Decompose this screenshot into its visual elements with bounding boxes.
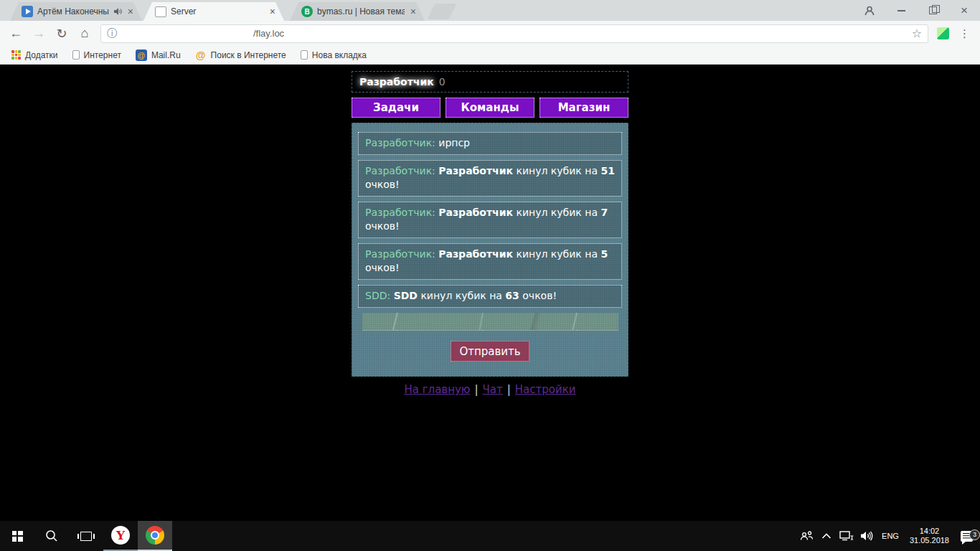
chat-message: Разработчик: Разработчик кинул кубик на …: [358, 160, 622, 197]
page-icon: [301, 50, 308, 60]
chat-message-text: кинул кубик на: [513, 248, 600, 260]
taskbar-clock[interactable]: 14:02 31.05.2018: [905, 527, 954, 545]
clock-time: 14:02: [910, 527, 949, 536]
close-icon[interactable]: ×: [409, 6, 418, 17]
bookmark-mailru[interactable]: @ Mail.Ru: [131, 50, 185, 61]
search-at-icon: @: [195, 50, 207, 61]
home-link[interactable]: На главную: [404, 383, 470, 396]
bookmark-label: Интернет: [84, 50, 121, 60]
tab-strip: Артём Наконечный × Server × B bymas.ru |…: [0, 0, 980, 21]
chat-message-text: очков!: [519, 290, 557, 301]
bookmark-label: Поиск в Интернете: [211, 50, 286, 60]
info-icon[interactable]: ⓘ: [107, 27, 117, 40]
link-separator: |: [475, 383, 479, 396]
chat-link[interactable]: Чат: [483, 383, 503, 396]
chat-message-text: 5: [600, 248, 608, 260]
mailru-at-icon: @: [136, 50, 147, 61]
profile-icon[interactable]: [854, 0, 885, 21]
player-score-box: Разработчик 0: [352, 71, 628, 93]
forward-icon[interactable]: →: [29, 24, 49, 44]
bookmark-search[interactable]: @ Поиск в Интернете: [191, 50, 291, 61]
message-input[interactable]: [362, 313, 618, 331]
shop-button[interactable]: Магазин: [540, 98, 628, 118]
chat-message-text: очков!: [365, 179, 400, 190]
network-icon[interactable]: [837, 530, 856, 542]
chat-message-text: очков!: [365, 262, 400, 273]
close-icon[interactable]: ×: [268, 6, 277, 17]
close-icon[interactable]: ×: [126, 6, 135, 17]
tab-title: Server: [171, 6, 264, 17]
system-tray: ENG 14:02 31.05.2018 3: [797, 521, 980, 551]
bookmark-apps[interactable]: Додатки: [7, 50, 62, 60]
link-separator: |: [507, 383, 511, 396]
minimize-button[interactable]: [885, 0, 917, 21]
chat-message-text: кинул кубик на: [418, 290, 505, 301]
home-icon[interactable]: ⌂: [75, 24, 95, 44]
play-icon: [22, 6, 33, 17]
people-icon[interactable]: [797, 530, 816, 542]
chat-messages: Разработчик: ирпсрРазработчик: Разработч…: [358, 132, 622, 308]
settings-link[interactable]: Настройки: [515, 383, 576, 396]
taskbar-search-button[interactable]: [34, 521, 69, 551]
chat-message-sender: Разработчик:: [365, 137, 438, 149]
bookmark-label: Додатки: [25, 50, 58, 60]
extension-icon[interactable]: [937, 27, 949, 39]
yandex-icon: Y: [111, 526, 130, 545]
nav-buttons: Задачи Команды Магазин: [352, 98, 628, 118]
chat-message-sender: Разработчик:: [365, 248, 438, 260]
tab-title: bymas.ru | Новая тема: [317, 6, 405, 17]
menu-icon[interactable]: ⋮: [955, 27, 974, 40]
chat-message-sender: Разработчик:: [365, 165, 438, 176]
apps-grid-icon: [11, 50, 21, 60]
url-text[interactable]: /flay.loc: [253, 28, 912, 39]
chat-message-text: Разработчик: [438, 165, 513, 176]
taskbar-yandex-button[interactable]: Y: [103, 521, 138, 551]
action-center-button[interactable]: 3: [956, 531, 977, 542]
chat-message-text: кинул кубик на: [513, 165, 600, 176]
tab-bymas[interactable]: B bymas.ru | Новая тема ×: [290, 2, 425, 21]
window-controls: ×: [854, 0, 980, 21]
start-button[interactable]: [0, 521, 34, 551]
chrome-icon: [146, 526, 164, 545]
chat-panel: Разработчик: ирпсрРазработчик: Разработч…: [352, 123, 628, 377]
volume-icon[interactable]: [857, 530, 876, 542]
player-score: 0: [439, 76, 446, 88]
teams-button[interactable]: Команды: [446, 98, 534, 118]
taskbar-chrome-button[interactable]: [138, 521, 172, 551]
bookmark-star-icon[interactable]: ☆: [912, 27, 922, 40]
tab-server[interactable]: Server ×: [143, 2, 284, 21]
language-indicator[interactable]: ENG: [877, 532, 903, 540]
send-button[interactable]: Отправить: [451, 341, 529, 362]
tab-artem[interactable]: Артём Наконечный ×: [10, 2, 142, 21]
notification-badge: 3: [969, 529, 980, 540]
chat-message: Разработчик: Разработчик кинул кубик на …: [358, 243, 622, 280]
reload-icon[interactable]: ↻: [52, 24, 72, 44]
new-tab-button[interactable]: [428, 4, 457, 19]
bookmark-newtab[interactable]: Нова вкладка: [296, 50, 371, 60]
chat-message: SDD: SDD кинул кубик на 63 очков!: [358, 285, 622, 308]
letter-badge-icon: B: [301, 6, 313, 17]
address-bar[interactable]: ⓘ /flay.loc ☆: [100, 24, 928, 43]
chat-message-text: ирпср: [438, 137, 470, 149]
tasks-button[interactable]: Задачи: [352, 98, 440, 118]
bookmark-label: Нова вкладка: [312, 50, 367, 60]
windows-taskbar: Y ENG 14:02 31.05.2018 3: [0, 521, 980, 551]
windows-logo-icon: [12, 531, 23, 542]
window-close-button[interactable]: ×: [948, 0, 980, 21]
back-icon[interactable]: ←: [6, 24, 26, 44]
chat-message-text: кинул кубик на: [513, 207, 600, 218]
chat-message-text: Разработчик: [438, 207, 513, 218]
audio-speaker-icon[interactable]: [113, 7, 122, 16]
restore-button[interactable]: [917, 0, 948, 21]
web-page: Разработчик 0 Задачи Команды Магазин Раз…: [0, 65, 980, 521]
chat-message: Разработчик: ирпср: [358, 132, 622, 155]
document-icon: [155, 6, 166, 17]
chat-message-text: очков!: [365, 220, 400, 232]
chevron-up-icon[interactable]: [817, 533, 836, 540]
player-name: Разработчик: [359, 76, 434, 88]
browser-toolbar: ← → ↻ ⌂ ⓘ /flay.loc ☆ ⋮: [0, 21, 980, 46]
bookmark-internet[interactable]: Интернет: [68, 50, 126, 60]
chat-message: Разработчик: Разработчик кинул кубик на …: [358, 202, 622, 238]
chat-message-text: Разработчик: [438, 248, 513, 260]
task-view-button[interactable]: [69, 521, 103, 551]
